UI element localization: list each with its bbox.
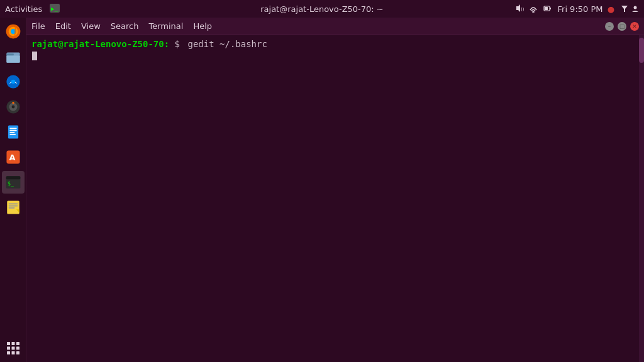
svg-point-17 [11, 80, 15, 84]
svg-rect-23 [9, 128, 16, 129]
svg-rect-34 [8, 206, 18, 207]
top-bar-center: rajat@rajat-Lenovo-Z50-70: ~ [260, 4, 384, 14]
sidebar-apps-grid[interactable] [2, 337, 25, 359]
svg-rect-24 [9, 130, 16, 131]
sidebar-item-terminal[interactable]: $_ [2, 171, 25, 194]
sidebar-item-firefox[interactable] [2, 20, 25, 43]
window-title: rajat@rajat-Lenovo-Z50-70: ~ [260, 4, 384, 14]
menu-terminal[interactable]: Terminal [148, 21, 183, 31]
svg-text:$_: $_ [8, 180, 14, 187]
maximize-button[interactable]: □ [618, 22, 626, 31]
svg-text:A: A [9, 153, 15, 162]
top-bar: Activities ▶_ rajat@rajat-Lenovo-Z50-70:… [0, 0, 644, 18]
svg-rect-40 [7, 347, 10, 350]
svg-point-9 [634, 6, 637, 9]
svg-rect-26 [9, 134, 16, 135]
prompt-dollar: $ [169, 39, 185, 49]
main-layout: A $_ [0, 18, 644, 362]
svg-text:)))): )))) [521, 7, 524, 12]
svg-rect-44 [11, 351, 14, 354]
top-bar-right: )))) Fri 9:50 PM ● [515, 4, 640, 14]
svg-rect-25 [9, 132, 14, 133]
svg-marker-8 [621, 6, 628, 12]
sidebar-item-appstore[interactable]: A [2, 146, 25, 168]
sidebar: A $_ [0, 18, 26, 362]
volume-icon[interactable]: )))) [515, 4, 524, 14]
svg-rect-6 [550, 8, 551, 9]
sidebar-item-files[interactable] [2, 45, 25, 68]
top-bar-left: Activities ▶_ [5, 4, 60, 14]
terminal-tray-icon: ▶_ [50, 4, 60, 14]
user-icon [631, 5, 639, 13]
svg-point-4 [533, 11, 534, 13]
svg-rect-30 [6, 176, 20, 179]
menu-edit[interactable]: Edit [55, 21, 71, 31]
svg-point-20 [11, 106, 14, 109]
sidebar-item-libreoffice[interactable] [2, 121, 25, 143]
svg-point-21 [12, 102, 14, 104]
minimize-button[interactable]: – [605, 22, 614, 31]
menu-help[interactable]: Help [193, 21, 212, 31]
network-icon[interactable] [529, 4, 538, 14]
svg-rect-42 [16, 347, 19, 350]
close-button[interactable]: ✕ [630, 22, 639, 31]
menu-view[interactable]: View [81, 21, 101, 31]
terminal-window-controls: – □ ✕ [605, 22, 639, 31]
svg-rect-39 [16, 342, 19, 345]
menu-file[interactable]: File [31, 21, 45, 31]
battery-icon[interactable] [543, 4, 552, 14]
svg-text:▶_: ▶_ [51, 6, 58, 12]
sidebar-item-notes[interactable] [2, 196, 25, 219]
recording-indicator: ● [608, 4, 614, 14]
terminal-body[interactable]: rajat@rajat-Lenovo-Z50-70: $ gedit ~/.ba… [26, 35, 639, 362]
svg-rect-15 [6, 55, 19, 62]
activities-button[interactable]: Activities [5, 4, 42, 14]
tray-icons: )))) [515, 4, 552, 14]
svg-rect-43 [7, 351, 10, 354]
svg-rect-45 [16, 351, 19, 354]
terminal-menu: File Edit View Search Terminal Help [31, 21, 605, 31]
svg-rect-41 [11, 347, 14, 350]
svg-marker-2 [516, 4, 520, 12]
system-indicators [621, 5, 639, 13]
terminal-prompt-line: rajat@rajat-Lenovo-Z50-70: $ gedit ~/.ba… [31, 39, 634, 49]
cursor-line [31, 50, 634, 60]
scrollbar-thumb[interactable] [639, 38, 644, 63]
svg-rect-38 [11, 342, 14, 345]
svg-rect-33 [8, 204, 18, 205]
svg-rect-37 [7, 342, 10, 345]
svg-rect-7 [545, 7, 548, 10]
terminal-window: File Edit View Search Terminal Help – □ … [26, 18, 644, 362]
terminal-cursor [32, 52, 37, 60]
datetime[interactable]: Fri 9:50 PM ● [558, 4, 615, 14]
menu-search[interactable]: Search [111, 21, 139, 31]
svg-rect-14 [6, 53, 13, 55]
scrollbar[interactable] [639, 35, 644, 362]
svg-rect-35 [8, 207, 14, 209]
sidebar-item-rhythmbox[interactable] [2, 96, 25, 118]
prompt-user: rajat@rajat-Lenovo-Z50-70: [31, 39, 169, 49]
prompt-command: gedit ~/.bashrc [187, 39, 267, 49]
sidebar-item-thunderbird[interactable] [2, 70, 25, 93]
terminal-title-bar: File Edit View Search Terminal Help – □ … [26, 18, 644, 35]
funnel-icon [621, 5, 628, 13]
